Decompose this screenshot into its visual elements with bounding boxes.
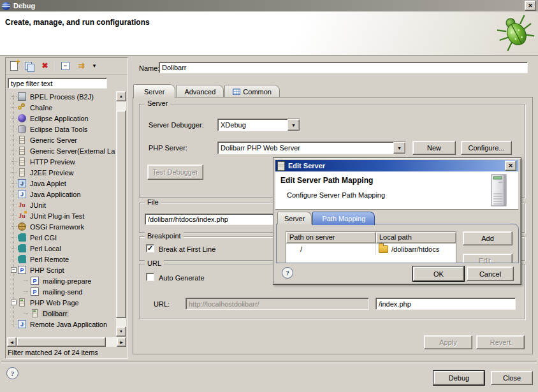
chevron-down-icon[interactable]: ▼: [393, 142, 405, 154]
dialog-help-icon[interactable]: ?: [282, 267, 293, 279]
tree-item-label: BPEL Process (B2J): [29, 93, 95, 101]
scroll-down-icon[interactable]: ▼: [116, 326, 126, 337]
server-icon: [277, 161, 285, 171]
dialog-tab-path-mapping[interactable]: Path Mapping: [312, 212, 375, 225]
tree-item-php-script[interactable]: −PPHP Script: [7, 265, 116, 275]
tree-item-java-application[interactable]: JJava Application: [7, 189, 116, 200]
tree-item-label: Chaîne: [29, 104, 54, 112]
test-debugger-button[interactable]: Test Debugger: [147, 164, 203, 180]
chevron-down-icon[interactable]: ▼: [287, 119, 300, 131]
ok-button[interactable]: OK: [413, 266, 464, 281]
duplicate-launch-config-icon[interactable]: [24, 61, 35, 71]
scroll-up-icon[interactable]: ▲: [116, 91, 126, 101]
url-path-input[interactable]: [379, 300, 513, 308]
edit-server-dialog: Edit Server ✕ Edit Server Path Mapping C…: [273, 157, 521, 285]
perl-icon: [18, 255, 26, 263]
vertical-scroll-thumb[interactable]: [116, 110, 126, 318]
tree-item-generic-server-external-la[interactable]: Generic Server(External La: [7, 145, 116, 156]
server-icon: [19, 168, 25, 177]
scroll-right-icon[interactable]: ▶: [117, 337, 126, 347]
tree-item-label: PHP Web Page: [29, 299, 80, 307]
horizontal-scroll-thumb[interactable]: [17, 337, 106, 347]
tree-connector: [11, 237, 17, 238]
local-path-text: /dolibarr/htdocs: [391, 245, 439, 253]
server-icon: [19, 147, 25, 155]
tree-item-j2ee-preview[interactable]: J2EE Preview: [7, 167, 116, 178]
tree-item-label: Java Application: [29, 191, 82, 198]
tree-item-bpel-process-b2j-[interactable]: BPEL Process (B2J): [7, 91, 116, 102]
dialog-close-button[interactable]: ✕: [505, 161, 516, 171]
tree-item-label: mailing-prepare: [41, 277, 92, 285]
dialog-subheading: Configure Server Path Mapping: [287, 191, 385, 199]
add-mapping-button[interactable]: Add: [463, 231, 513, 245]
tree-item-http-preview[interactable]: HTTP Preview: [7, 156, 116, 167]
configure-server-button[interactable]: Configure...: [461, 141, 512, 155]
tree-item-dolibarr[interactable]: Dolibarr: [7, 308, 116, 319]
perl-icon: [18, 244, 26, 252]
check-icon: ✓: [147, 244, 153, 252]
window-close-button[interactable]: ✕: [525, 1, 536, 11]
tree-item-mailing-send[interactable]: Pmailing-send: [7, 286, 116, 297]
tree-item-generic-server[interactable]: Generic Server: [7, 134, 116, 145]
server-icon: [19, 136, 25, 144]
tree-item-perl-remote[interactable]: Perl Remote: [7, 254, 116, 265]
tree-item-eclipse-data-tools[interactable]: Eclipse Data Tools: [7, 124, 116, 134]
tree-vertical-scrollbar[interactable]: ▲ ▼: [116, 91, 126, 337]
tree-connector: [11, 194, 17, 194]
dialog-tab-server[interactable]: Server: [277, 212, 312, 224]
collapse-expander-icon[interactable]: −: [11, 267, 17, 273]
col-local-path[interactable]: Local path: [376, 232, 456, 243]
new-server-button[interactable]: New: [412, 141, 456, 155]
tree-item-java-applet[interactable]: JJava Applet: [7, 178, 116, 189]
tab-common[interactable]: Common: [224, 85, 280, 98]
tree-item-perl-cgi[interactable]: Perl CGI: [7, 232, 116, 243]
delete-launch-config-icon[interactable]: ✖: [40, 61, 50, 71]
tree-horizontal-scrollbar[interactable]: ◀ ▶: [7, 337, 126, 347]
collapse-all-icon[interactable]: [61, 61, 71, 71]
edit-mapping-button[interactable]: Edit...: [463, 254, 513, 263]
apply-button[interactable]: Apply: [424, 335, 472, 349]
tab-server[interactable]: Server: [133, 84, 175, 98]
help-icon[interactable]: ?: [6, 367, 18, 379]
tree-item-perl-local[interactable]: Perl Local: [7, 243, 116, 254]
name-input[interactable]: [162, 64, 525, 71]
tree-item-label: mailing-send: [41, 288, 84, 296]
junit-icon: Ju: [18, 201, 26, 209]
server-debugger-combo[interactable]: XDebug ▼: [217, 119, 300, 131]
tree-connector: [11, 107, 17, 108]
name-field-wrap: [159, 62, 528, 73]
filter-input[interactable]: [11, 80, 104, 87]
auto-generate-checkbox[interactable]: [146, 273, 154, 281]
new-launch-config-icon[interactable]: [9, 61, 20, 71]
cancel-button[interactable]: Cancel: [467, 266, 514, 281]
tree-connector: [24, 291, 29, 292]
table-row[interactable]: //dolibarr/htdocs: [286, 243, 456, 255]
filter-configs-icon[interactable]: ⇉: [76, 61, 87, 71]
tree-item-mailing-prepare[interactable]: Pmailing-prepare: [7, 275, 116, 286]
tree-item-junit-plug-in-test[interactable]: JuJUnit Plug-in Test: [7, 210, 116, 221]
tree-connector: [11, 96, 17, 97]
view-menu-dropdown-icon[interactable]: ▾: [91, 61, 98, 71]
tree-connector: [11, 118, 17, 119]
php-server-combo[interactable]: Dolibarr PHP Web Server ▼: [217, 142, 406, 154]
tree-item-eclipse-application[interactable]: Eclipse Application: [7, 113, 116, 124]
revert-button[interactable]: Revert: [476, 335, 525, 349]
break-first-line-checkbox[interactable]: ✓: [146, 244, 154, 252]
footer-separator: [1, 361, 537, 363]
tab-advanced[interactable]: Advanced: [176, 85, 224, 98]
tree-item-php-web-page[interactable]: −PHP Web Page: [7, 297, 116, 308]
tree-item-junit[interactable]: JuJUnit: [7, 200, 116, 210]
php-icon: P: [18, 266, 26, 274]
col-path-on-server[interactable]: Path on server: [286, 232, 376, 243]
tree-item-remote-java-application[interactable]: JRemote Java Application: [7, 319, 116, 330]
debug-button[interactable]: Debug: [433, 371, 484, 385]
close-button[interactable]: Close: [491, 371, 533, 385]
url-base-field: http://localhostdolibarr/: [185, 298, 369, 310]
tree-item-osgi-framework[interactable]: OSGi Framework: [7, 221, 116, 232]
collapse-expander-icon[interactable]: −: [11, 300, 17, 305]
sidebar-toolbar: ✖ ⇉ ▾: [6, 58, 127, 75]
scroll-left-icon[interactable]: ◀: [7, 337, 17, 347]
tree-connector: [24, 313, 29, 314]
tree-item-cha-ne[interactable]: Chaîne: [7, 102, 116, 113]
dialog-header: Edit Server Path Mapping Configure Serve…: [275, 171, 518, 210]
